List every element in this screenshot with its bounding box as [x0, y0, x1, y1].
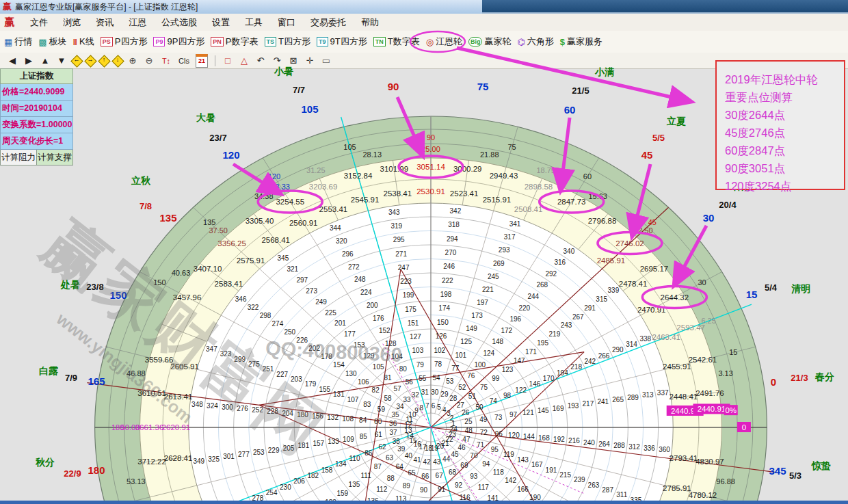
annotation-line-0: 2019年江恩轮中轮	[725, 70, 844, 88]
tool-square-tool-icon[interactable]: □	[220, 54, 236, 68]
winner-service-icon: $	[560, 37, 565, 47]
tool-step-right-icon[interactable]: →	[83, 55, 97, 67]
annotation-line-2: 30度2644点	[725, 106, 844, 124]
tool-cls-icon[interactable]: Cls	[175, 54, 193, 68]
p-square-icon: PS	[101, 37, 113, 47]
index-name: 上证指数	[0, 68, 73, 84]
tool-step-left-icon[interactable]: ←	[70, 55, 83, 67]
tool-calendar-icon[interactable]: 21	[196, 54, 208, 68]
app-logo-icon: 赢	[3, 1, 12, 13]
menu-bar: 赢 文件浏览资讯江恩公式选股设置工具窗口交易委托帮助	[0, 14, 848, 31]
info-row-3: 周天变化步长=1	[0, 133, 73, 150]
menu-item-0[interactable]: 文件	[23, 17, 55, 27]
calc-support-button[interactable]: 计算支撑	[37, 150, 73, 165]
tool-nav-left-icon[interactable]: ◀	[4, 54, 21, 68]
quote-grid-icon: ▦	[4, 37, 12, 47]
toolbar-button-9p-square[interactable]: P99P四方形	[153, 36, 204, 48]
tool-center-tool-icon[interactable]: ✛	[302, 54, 318, 68]
annotation-box: 2019年江恩轮中轮重要点位测算30度2644点45度2746点60度2847点…	[715, 60, 845, 190]
annotation-line-1: 重要点位测算	[725, 88, 844, 106]
blocks-label: 板块	[49, 36, 67, 48]
tool-zoom-out-icon[interactable]: ⊖	[141, 54, 157, 68]
info-row-0: 价格=2440.9099	[0, 84, 73, 101]
annotation-line-5: 90度3051点	[725, 159, 844, 177]
toolbar-button-winner-service[interactable]: $赢家服务	[560, 36, 602, 48]
title-bar-right	[482, 0, 848, 14]
winner-wheel-label: 赢家轮	[484, 36, 511, 48]
hexagon-icon: ⌬	[517, 37, 525, 47]
tool-t-updown-icon[interactable]: T↕	[157, 54, 175, 68]
tool-nav-right-icon[interactable]: ▶	[21, 54, 37, 68]
hexagon-label: 六角形	[527, 36, 554, 48]
tool-rotate-ccw-icon[interactable]: ↶	[252, 54, 269, 68]
toolbar-button-quote-grid[interactable]: ▦行情	[4, 36, 32, 48]
9p-square-icon: P9	[153, 37, 165, 47]
p-square-label: P四方形	[115, 36, 148, 48]
tool-screen-tool-icon[interactable]: ▭	[318, 54, 334, 68]
info-row-2: 变换系数=1.00000	[0, 117, 73, 133]
tool-triangle-tool-icon[interactable]: △	[236, 54, 252, 68]
toolbar-button-gann-wheel[interactable]: ◎江恩轮	[426, 36, 462, 48]
kline-label: K线	[79, 36, 94, 48]
toolbar-button-blocks[interactable]: ▩板块	[38, 36, 66, 48]
calc-resistance-button[interactable]: 计算阻力	[0, 150, 37, 165]
toolbar-button-kline[interactable]: ‖K线	[73, 36, 94, 48]
menu-item-8[interactable]: 交易委托	[303, 17, 354, 27]
toolbar-button-t-table[interactable]: TNT数字表	[373, 36, 420, 48]
t-table-icon: TN	[373, 37, 386, 47]
menu-item-1[interactable]: 浏览	[55, 17, 88, 27]
menu-item-4[interactable]: 公式选股	[154, 17, 204, 27]
gann-wheel-icon: ◎	[426, 37, 434, 47]
toolbar-button-winner-wheel[interactable]: Big赢家轮	[468, 36, 512, 48]
toolbar-button-p-table[interactable]: PNP数字表	[211, 36, 258, 48]
tool-zoom-in-icon[interactable]: ⊕	[124, 54, 141, 68]
index-info-panel: 上证指数 价格=2440.9099时间=20190104变换系数=1.00000…	[0, 68, 73, 165]
menu-item-2[interactable]: 资讯	[88, 17, 121, 27]
tool-nav-up-icon[interactable]: ▲	[37, 54, 53, 68]
title-bar: 赢 赢家江恩专业版[赢家服务平台] - [上证指数 江恩轮]	[0, 0, 848, 14]
main-toolbar: ▦行情▩板块‖K线PSP四方形P99P四方形PNP数字表TST四方形T99T四方…	[0, 31, 848, 53]
tool-nav-down-icon[interactable]: ▼	[53, 54, 70, 68]
tool-rotate-cw-icon[interactable]: ↷	[269, 54, 285, 68]
t-square-icon: TS	[265, 37, 277, 47]
kline-icon: ‖	[73, 37, 77, 47]
menu-logo-icon: 赢	[4, 16, 14, 29]
annotation-line-4: 60度2847点	[725, 142, 844, 159]
p-table-icon: PN	[211, 37, 224, 47]
tool-step-down-icon[interactable]: ↓	[111, 55, 124, 67]
9p-square-label: 9P四方形	[167, 36, 204, 48]
toolbar-button-9t-square[interactable]: T99T四方形	[317, 36, 367, 48]
menu-item-5[interactable]: 设置	[204, 17, 237, 27]
annotation-line-3: 45度2746点	[725, 124, 844, 142]
9t-square-icon: T9	[317, 37, 328, 47]
info-row-1: 时间=20190104	[0, 101, 73, 117]
toolbar-button-hexagon[interactable]: ⌬六角形	[517, 36, 553, 48]
gann-wheel-label: 江恩轮	[436, 36, 462, 48]
menu-item-3[interactable]: 江恩	[121, 17, 154, 27]
toolbar-button-t-square[interactable]: TST四方形	[265, 36, 310, 48]
blocks-icon: ▩	[38, 37, 47, 47]
menu-item-6[interactable]: 工具	[237, 17, 270, 27]
bottom-scrollbar[interactable]	[0, 501, 848, 504]
p-table-label: P数字表	[226, 36, 259, 48]
tool-delete-box-icon[interactable]: ⊠	[285, 54, 302, 68]
toolbar-separator	[215, 55, 215, 66]
annotation-line-6: 120度3254点	[725, 177, 844, 195]
title-bar-left: 赢 赢家江恩专业版[赢家服务平台] - [上证指数 江恩轮]	[0, 0, 482, 14]
winner-wheel-icon: Big	[468, 37, 483, 47]
toolbar-button-p-square[interactable]: PSP四方形	[101, 36, 148, 48]
menu-item-9[interactable]: 帮助	[354, 17, 386, 27]
menu-item-7[interactable]: 窗口	[270, 17, 303, 27]
t-table-label: T数字表	[388, 36, 420, 48]
t-square-label: T四方形	[278, 36, 310, 48]
quote-grid-label: 行情	[14, 36, 32, 48]
winner-service-label: 赢家服务	[567, 36, 602, 48]
9t-square-label: 9T四方形	[330, 36, 367, 48]
window-title: 赢家江恩专业版[赢家服务平台] - [上证指数 江恩轮]	[15, 1, 198, 13]
tool-step-up-icon[interactable]: ↑	[97, 55, 111, 67]
